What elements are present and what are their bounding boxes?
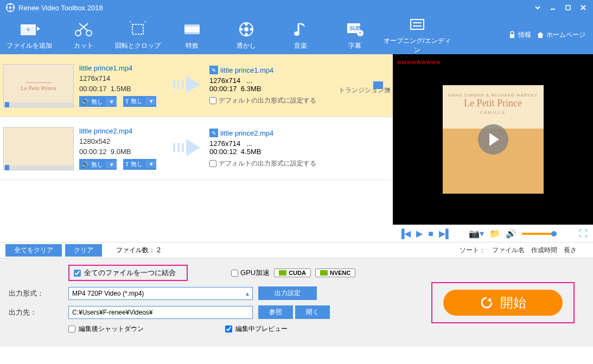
nvenc-badge: NVENC [315, 269, 356, 277]
svg-rect-15 [184, 24, 200, 27]
fullscreen-button[interactable]: ⛶ [579, 229, 588, 239]
stop-button[interactable]: ■ [428, 229, 433, 239]
prev-button[interactable]: ▐◀ [398, 228, 411, 239]
file-count: 2 [157, 246, 161, 254]
toolbar-label: カット [56, 41, 111, 50]
rotate-crop-button[interactable]: 回転とクロップ [111, 20, 165, 50]
close-button[interactable] [576, 2, 591, 13]
svg-point-2 [10, 4, 11, 5]
thumbnail: ―――――― Le Petit Prince [3, 64, 74, 107]
open-folder-button[interactable]: 📁 [489, 228, 500, 239]
audio-dropdown[interactable]: 🔊 無し▾ [79, 159, 117, 170]
preview-controls: ▐◀ ▶ ■ ▶▌ 📷▾ 📁 🔊 ⛶ [393, 225, 593, 242]
thumbnail [3, 127, 74, 170]
subtitle-icon: SUBT [328, 20, 382, 39]
maximize-button[interactable] [560, 2, 576, 13]
file-row[interactable]: ―――――― Le Petit Prince little prince1.mp… [0, 54, 393, 117]
toolbar-label: 透かし [219, 41, 273, 50]
play-overlay-button[interactable] [478, 124, 508, 155]
dropdown-button[interactable] [530, 2, 545, 13]
output-name: little prince1.mp4 [220, 66, 273, 74]
dest-input[interactable]: C:¥Users¥F-renee¥Videos¥ [68, 306, 253, 319]
file-name: little prince1.mp4 [79, 64, 177, 72]
svg-point-21 [245, 33, 248, 35]
preview-image: HANS ZIMMER & RICHARD HARVEY Le Petit Pr… [443, 85, 544, 194]
default-format-checkbox[interactable]: デフォルトの出力形式に設定する [209, 96, 318, 105]
app-logo-icon [5, 3, 15, 12]
dest-label: 出力先： [9, 308, 68, 317]
minimize-button[interactable] [545, 2, 560, 13]
music-note-icon [273, 20, 328, 39]
open-button[interactable]: 開く [295, 305, 330, 319]
home-icon [537, 31, 544, 39]
sort-by-name[interactable]: ファイル名 [492, 246, 525, 255]
browse-button[interactable]: 参照 [258, 305, 293, 319]
format-select[interactable]: MP4 720P Video (*.mp4)▴ [68, 287, 253, 300]
main-toolbar: + ファイルを追加 カット 回転とクロップ 特效 透かし 音楽 SUBT 字幕 … [0, 15, 593, 54]
edit-icon[interactable]: ✎ [209, 129, 218, 137]
svg-point-19 [245, 23, 248, 25]
snapshot-button[interactable]: 📷▾ [469, 228, 484, 239]
clear-button[interactable]: クリア [65, 244, 102, 257]
next-button[interactable]: ▶▌ [439, 228, 451, 239]
clear-all-button[interactable]: 全てをクリア [5, 244, 62, 257]
svg-text:T: T [359, 31, 362, 36]
default-format-checkbox[interactable]: デフォルトの出力形式に設定する [209, 159, 318, 168]
combine-checkbox[interactable]: 全てのファイルを一つに結合 [68, 265, 188, 281]
text-dropdown[interactable]: T 無し▾ [123, 159, 157, 170]
text-dropdown[interactable]: T 無し▾ [123, 96, 157, 107]
arrow-icon [177, 139, 209, 158]
toolbar-label: ファイルを追加 [2, 41, 56, 50]
svg-rect-16 [184, 32, 200, 34]
svg-point-18 [244, 27, 248, 31]
trim-slider[interactable] [4, 103, 73, 107]
homepage-link[interactable]: ホームページ [537, 30, 585, 40]
shutdown-checkbox[interactable]: 編集後シャットダウン [68, 324, 144, 334]
audio-dropdown[interactable]: 🔊 無し▾ [79, 96, 117, 107]
add-file-button[interactable]: + ファイルを追加 [2, 20, 56, 50]
film-icon [165, 20, 219, 39]
cut-button[interactable]: カット [56, 20, 111, 50]
file-resolution: 1276x714 [79, 74, 177, 82]
svg-rect-31 [510, 34, 514, 38]
preview-overlay-text: wwwwwwwww [397, 59, 441, 65]
subtitle-button[interactable]: SUBT 字幕 [328, 20, 382, 50]
opening-ending-button[interactable]: オープニング/エンディン [382, 15, 452, 55]
start-button[interactable]: 開始 [443, 290, 563, 316]
format-label: 出力形式： [9, 289, 68, 298]
preview-edit-checkbox[interactable]: 編集中プレビュー [225, 324, 288, 334]
output-name: little prince2.mp4 [220, 129, 273, 137]
sort-by-ctime[interactable]: 作成時間 [531, 246, 557, 255]
volume-slider[interactable] [522, 233, 554, 235]
svg-point-4 [7, 7, 8, 9]
trim-slider[interactable] [4, 165, 73, 170]
file-row[interactable]: little prince2.mp4 1280x542 00:00:12 9.0… [0, 117, 393, 180]
play-button[interactable]: ▶ [416, 228, 423, 239]
lock-icon [508, 31, 516, 39]
list-icon [382, 15, 452, 34]
effects-button[interactable]: 特效 [165, 20, 219, 50]
file-name: little prince2.mp4 [79, 127, 177, 135]
file-resolution: 1280x542 [79, 137, 177, 145]
music-button[interactable]: 音楽 [273, 20, 328, 50]
transition-label: トランジション無 [339, 86, 391, 95]
volume-icon[interactable]: 🔊 [506, 228, 517, 239]
info-link[interactable]: 情報 [508, 30, 531, 40]
svg-point-23 [294, 31, 299, 36]
svg-point-3 [10, 10, 11, 12]
edit-icon[interactable]: ✎ [209, 66, 218, 74]
svg-rect-28 [411, 20, 424, 29]
list-bar: 全てをクリア クリア ファイル数： 2 ソート： ファイル名 作成時間 長さ [0, 242, 593, 258]
toolbar-label: オープニング/エンディン [382, 36, 452, 55]
file-list: ―――――― Le Petit Prince little prince1.mp… [0, 54, 393, 242]
start-highlight: 開始 [431, 282, 575, 323]
arrow-icon [177, 76, 209, 95]
add-file-icon: + [2, 20, 56, 39]
sort-by-length[interactable]: 長さ [564, 246, 577, 255]
output-settings-button[interactable]: 出力設定 [258, 286, 317, 300]
watermark-button[interactable]: 透かし [219, 20, 273, 50]
reel-icon [219, 20, 273, 39]
svg-point-5 [13, 7, 15, 9]
gpu-checkbox[interactable]: GPU加速 [231, 268, 270, 278]
toolbar-label: 特效 [165, 41, 219, 50]
